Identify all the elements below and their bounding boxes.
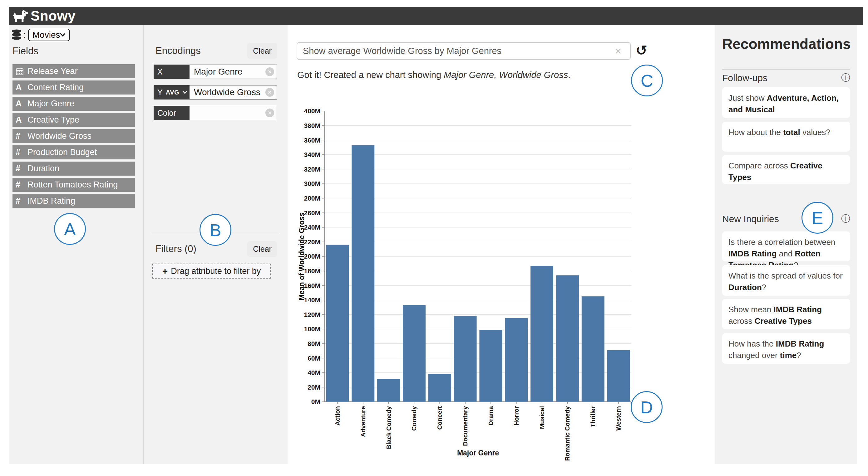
annotation-marker-a: A — [54, 213, 86, 245]
divider — [722, 69, 850, 70]
svg-text:200M: 200M — [304, 253, 320, 260]
app-title: Snowy — [31, 8, 75, 24]
shelf-x: X Major Genre ✕ — [154, 65, 277, 79]
svg-text:Horror: Horror — [513, 406, 520, 426]
annotation-marker-d: D — [631, 391, 662, 423]
svg-text:260M: 260M — [304, 209, 320, 216]
undo-icon[interactable]: ↺ — [636, 42, 647, 58]
svg-text:Documentary: Documentary — [462, 406, 469, 446]
fields-title: Fields — [12, 45, 38, 57]
field-pill-worldwide-gross[interactable]: #Worldwide Gross — [12, 129, 135, 143]
aggregate-select[interactable]: AVG — [166, 89, 179, 96]
chevron-down-icon — [60, 33, 65, 37]
query-input[interactable] — [297, 42, 631, 60]
fields-list: Release YearAContent RatingAMajor GenreA… — [12, 64, 135, 208]
field-pill-release-year[interactable]: Release Year — [12, 64, 135, 78]
svg-text:300M: 300M — [304, 180, 320, 187]
shelf-y: Y AVG Worldwide Gross ✕ — [154, 85, 277, 100]
svg-text:Thriller: Thriller — [589, 406, 596, 427]
recommendations-title: Recommendations — [722, 36, 851, 53]
field-pill-creative-type[interactable]: ACreative Type — [12, 113, 135, 127]
filter-dropzone[interactable]: + Drag attribute to filter by — [152, 264, 271, 278]
field-pill-rotten-tomatoes-rating[interactable]: #Rotten Tomatoes Rating — [12, 178, 135, 192]
annotation-marker-c: C — [631, 65, 663, 96]
dataset-separator: : — [23, 30, 26, 40]
field-pill-imdb-rating[interactable]: #IMDB Rating — [12, 194, 135, 208]
svg-text:180M: 180M — [304, 267, 320, 274]
shelf-color: Color ✕ — [154, 106, 277, 120]
svg-text:Comedy: Comedy — [411, 406, 417, 431]
followup-card[interactable]: Just show Adventure, Action, and Musical — [722, 87, 850, 118]
field-pill-production-budget[interactable]: #Production Budget — [12, 145, 135, 159]
svg-text:Western: Western — [615, 406, 622, 431]
field-pill-content-rating[interactable]: AContent Rating — [12, 80, 135, 95]
svg-text:400M: 400M — [304, 107, 320, 114]
database-icon — [11, 29, 22, 40]
svg-text:Black Comedy: Black Comedy — [385, 406, 392, 449]
snowy-app: Snowy : Movies Fields Release YearAConte… — [0, 0, 868, 476]
shelf-y-value: Worldwide Gross — [194, 87, 260, 97]
field-label: Creative Type — [28, 115, 79, 125]
encodings-clear-button[interactable]: Clear — [247, 43, 277, 59]
dataset-select-value: Movies — [32, 30, 60, 40]
followup-card[interactable]: How about the total values? — [722, 122, 850, 151]
field-label: Major Genre — [28, 99, 74, 108]
followup-card[interactable]: Compare across Creative Types — [722, 155, 850, 184]
inquiry-card[interactable]: Show mean IMDB Rating across Creative Ty… — [722, 299, 850, 329]
field-pill-major-genre[interactable]: AMajor Genre — [12, 97, 135, 111]
remove-encoding-icon[interactable]: ✕ — [266, 108, 274, 117]
inquiry-card[interactable]: How has the IMDB Rating changed over tim… — [722, 333, 850, 364]
svg-text:160M: 160M — [304, 282, 320, 289]
text-field-icon: A — [16, 115, 28, 125]
dataset-row: : Movies — [11, 29, 70, 41]
number-field-icon: # — [16, 164, 28, 173]
clear-query-icon[interactable]: ✕ — [615, 46, 622, 57]
shelf-x-field[interactable]: Major Genre ✕ — [189, 65, 277, 79]
fields-panel: : Movies Fields Release YearAContent Rat… — [9, 25, 144, 464]
svg-text:140M: 140M — [304, 296, 320, 304]
svg-text:240M: 240M — [304, 224, 320, 231]
bar-chart[interactable]: 0M20M40M60M80M100M120M140M160M180M200M22… — [290, 103, 653, 471]
svg-text:Concert: Concert — [436, 406, 443, 430]
shelf-y-field[interactable]: Worldwide Gross ✕ — [189, 85, 277, 100]
chevron-down-icon — [182, 91, 187, 94]
recommendations-panel: Recommendations Follow-ups ⓘ Just show A… — [715, 25, 857, 464]
field-label: Release Year — [28, 66, 78, 76]
inquiry-card[interactable]: Is there a correlation between IMDB Rati… — [722, 232, 850, 261]
svg-text:100M: 100M — [304, 325, 320, 333]
field-label: Content Rating — [28, 83, 84, 92]
calendar-icon — [16, 67, 28, 75]
field-label: Worldwide Gross — [28, 131, 91, 141]
number-field-icon: # — [16, 131, 28, 141]
annotation-marker-e: E — [802, 202, 833, 234]
shelf-color-field[interactable]: ✕ — [189, 106, 277, 120]
inquiry-card[interactable]: What is the spread of values for Duratio… — [722, 265, 850, 296]
field-label: Duration — [28, 164, 59, 173]
filters-clear-button[interactable]: Clear — [247, 241, 277, 257]
encodings-title: Encodings — [155, 45, 201, 57]
info-icon[interactable]: ⓘ — [841, 213, 850, 225]
dataset-select[interactable]: Movies — [28, 29, 70, 41]
dog-logo-icon — [12, 9, 28, 23]
field-pill-duration[interactable]: #Duration — [12, 162, 135, 176]
svg-text:Mean of Worldwide Gross: Mean of Worldwide Gross — [298, 212, 306, 300]
text-field-icon: A — [16, 83, 28, 92]
number-field-icon: # — [16, 147, 28, 157]
remove-encoding-icon[interactable]: ✕ — [266, 67, 274, 76]
field-label: Production Budget — [28, 147, 97, 157]
svg-text:360M: 360M — [304, 137, 320, 144]
svg-text:120M: 120M — [304, 311, 320, 318]
remove-encoding-icon[interactable]: ✕ — [266, 88, 274, 97]
svg-text:280M: 280M — [304, 195, 320, 202]
field-label: IMDB Rating — [28, 196, 75, 206]
svg-text:Musical: Musical — [538, 406, 546, 429]
info-icon[interactable]: ⓘ — [841, 72, 850, 84]
svg-text:60M: 60M — [308, 355, 320, 362]
shelf-y-channel[interactable]: Y AVG — [154, 85, 189, 100]
shelf-x-channel: X — [154, 65, 189, 79]
svg-text:80M: 80M — [308, 340, 320, 347]
number-field-icon: # — [16, 180, 28, 190]
shelf-color-channel: Color — [154, 106, 189, 120]
svg-text:Action: Action — [334, 406, 341, 426]
svg-text:320M: 320M — [304, 166, 320, 173]
